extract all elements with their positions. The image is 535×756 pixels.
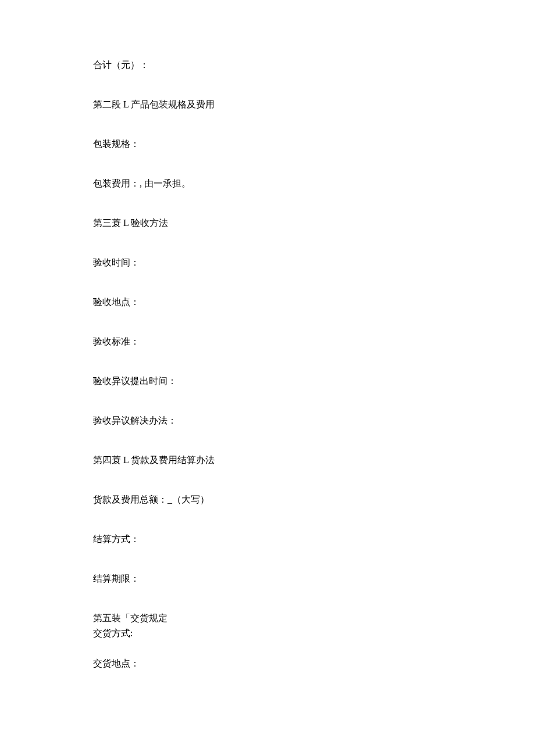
line-packaging-cost: 包装费用：, 由一承担。 <box>93 177 442 191</box>
line-packaging-spec: 包装规格： <box>93 137 442 151</box>
line-settlement-deadline: 结算期限： <box>93 572 442 586</box>
line-objection-time: 验收异议提出时间： <box>93 374 442 388</box>
line-inspection-location: 验收地点： <box>93 295 442 309</box>
line-inspection-standard: 验收标准： <box>93 335 442 349</box>
line-settlement-method: 结算方式： <box>93 532 442 546</box>
line-section5-heading: 第五装「交货规定 <box>93 611 442 625</box>
line-section2-heading: 第二段 L 产品包装规格及费用 <box>93 98 442 112</box>
line-delivery-method: 交货方式: <box>93 626 442 640</box>
line-total-yuan: 合计（元）： <box>93 58 442 72</box>
line-total-amount: 货款及费用总额：_（大写） <box>93 493 442 507</box>
line-delivery-location: 交货地点： <box>93 657 442 671</box>
line-section4-heading: 第四蓑 L 货款及费用结算办法 <box>93 453 442 467</box>
line-section3-heading: 第三蓑 L 验收方法 <box>93 216 442 230</box>
line-objection-resolution: 验收异议解决办法： <box>93 414 442 428</box>
line-inspection-time: 验收时间： <box>93 256 442 270</box>
